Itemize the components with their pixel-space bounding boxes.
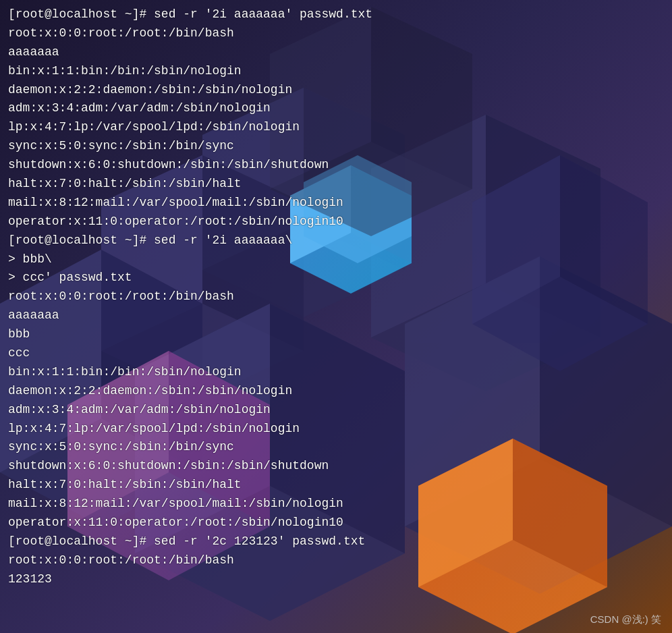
watermark-text: CSDN @浅:) 笑 (590, 613, 661, 625)
watermark: CSDN @浅:) 笑 (590, 613, 661, 626)
terminal-overlay: [root@localhost ~]# sed -r '2i aaaaaaa' … (0, 0, 672, 633)
terminal-output: [root@localhost ~]# sed -r '2i aaaaaaa' … (8, 5, 664, 589)
